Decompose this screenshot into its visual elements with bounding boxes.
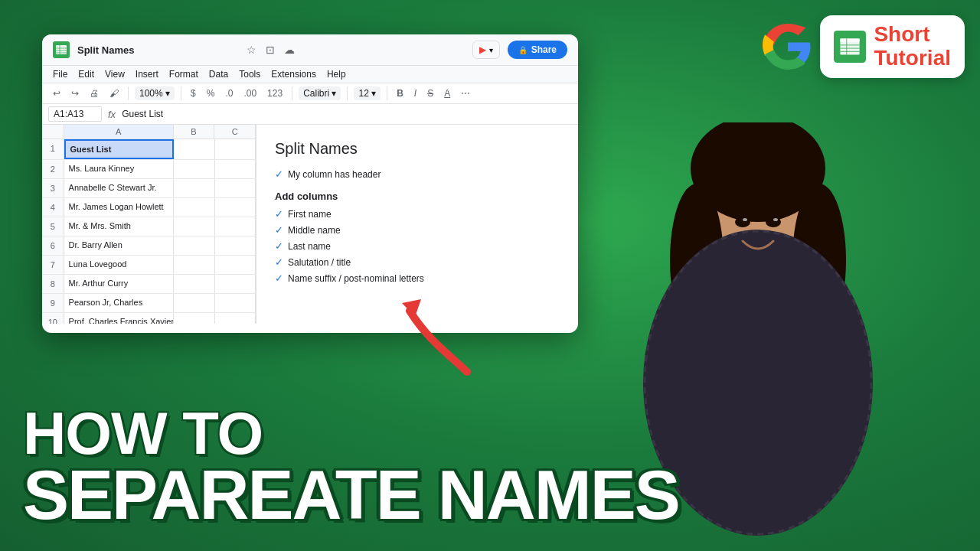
cell-c5[interactable]: [215, 217, 256, 236]
row-num-7: 7: [42, 256, 64, 274]
table-row: 2 Ms. Laura Kinney: [42, 160, 256, 179]
underline-btn[interactable]: A: [441, 86, 453, 100]
cell-a5[interactable]: Mr. & Mrs. Smith: [64, 217, 175, 236]
sep4: [347, 86, 348, 100]
svg-point-25: [743, 218, 747, 221]
has-header-option[interactable]: ✓ My column has header: [275, 168, 560, 180]
share-button[interactable]: 🔒 Share: [508, 41, 567, 59]
table-row: 6 Dr. Barry Allen: [42, 236, 256, 256]
menu-insert[interactable]: Insert: [136, 69, 158, 80]
table-row: 9 Pearson Jr, Charles: [42, 294, 256, 313]
size-select[interactable]: 12 ▾: [354, 86, 381, 100]
row-num-5: 5: [42, 217, 64, 236]
paint-icon[interactable]: 🖌: [106, 86, 122, 100]
cell-b10[interactable]: [174, 313, 214, 324]
sheet-content: A B C 1 Guest List 2 Ms. Laura Kinney 3: [42, 125, 578, 324]
row-num-2: 2: [42, 160, 64, 178]
middle-name-check: ✓: [275, 224, 283, 236]
short-tutorial-label: Short Tutorial: [874, 23, 951, 70]
how-to-text: HOW TO: [23, 403, 679, 463]
cell-a7[interactable]: Luna Lovegood: [64, 256, 175, 274]
cell-b2[interactable]: [174, 160, 214, 178]
decimal1-btn[interactable]: .0: [222, 86, 236, 100]
cell-a8[interactable]: Mr. Arthur Curry: [64, 275, 175, 293]
format123-btn[interactable]: 123: [264, 86, 286, 100]
print-icon[interactable]: 🖨: [87, 86, 102, 100]
col-b-header: B: [174, 125, 215, 139]
first-name-option[interactable]: ✓ First name: [275, 208, 560, 220]
cell-a4[interactable]: Mr. James Logan Howlett: [64, 198, 175, 217]
arrow-container: [398, 295, 490, 390]
cell-a3[interactable]: Annabelle C Stewart Jr.: [64, 179, 175, 197]
cell-c1[interactable]: [215, 139, 256, 159]
cell-b3[interactable]: [174, 179, 214, 197]
cell-b9[interactable]: [174, 294, 214, 312]
cell-a9[interactable]: Pearson Jr, Charles: [64, 294, 175, 312]
table-row: 1 Guest List: [42, 139, 256, 160]
bold-btn[interactable]: B: [394, 86, 407, 100]
cell-b4[interactable]: [174, 198, 214, 217]
middle-name-option[interactable]: ✓ Middle name: [275, 224, 560, 236]
cell-a10[interactable]: Prof. Charles Francis Xavier: [64, 313, 175, 324]
menu-view[interactable]: View: [105, 69, 125, 80]
cell-a6[interactable]: Dr. Barry Allen: [64, 236, 175, 255]
cell-b5[interactable]: [174, 217, 214, 236]
short-tutorial-badge: Short Tutorial: [820, 15, 965, 78]
sheets-icon: [834, 31, 866, 63]
redo-icon[interactable]: ↪: [68, 86, 82, 100]
menu-tools[interactable]: Tools: [239, 69, 260, 80]
salutation-option[interactable]: ✓ Salutation / title: [275, 256, 560, 268]
cell-c10[interactable]: [215, 313, 256, 324]
more-btn[interactable]: ⋯: [458, 86, 473, 100]
font-select[interactable]: Calibri ▾: [299, 86, 341, 100]
cell-reference[interactable]: A1:A13: [48, 106, 102, 122]
cell-b6[interactable]: [174, 236, 214, 255]
menu-format[interactable]: Format: [169, 69, 198, 80]
formula-bar: A1:A13 fx Guest List: [42, 104, 578, 125]
name-suffix-option[interactable]: ✓ Name suffix / post-nominal letters: [275, 272, 560, 284]
cell-a1[interactable]: Guest List: [64, 139, 175, 159]
cell-c3[interactable]: [215, 179, 256, 197]
badge-container: Short Tutorial: [763, 15, 965, 78]
grid-area: A B C 1 Guest List 2 Ms. Laura Kinney 3: [42, 125, 256, 324]
folder-icon[interactable]: ⊡: [266, 44, 275, 56]
decimal2-btn[interactable]: .00: [240, 86, 260, 100]
split-names-panel: Split Names ✓ My column has header Add c…: [256, 125, 578, 324]
strikethrough-btn[interactable]: S: [424, 86, 436, 100]
cell-c6[interactable]: [215, 236, 256, 255]
zoom-select[interactable]: 100% ▾: [135, 86, 175, 100]
menu-file[interactable]: File: [53, 69, 67, 80]
menu-edit[interactable]: Edit: [78, 69, 94, 80]
cell-b7[interactable]: [174, 256, 214, 274]
undo-icon[interactable]: ↩: [50, 86, 64, 100]
add-columns-label: Add columns: [275, 191, 560, 202]
menu-extensions[interactable]: Extensions: [271, 69, 316, 80]
bottom-text-area: HOW TO SEPAREATE NAMES: [23, 403, 679, 529]
currency-btn[interactable]: $: [188, 86, 199, 100]
first-name-label: First name: [288, 209, 332, 220]
cloud-icon[interactable]: ☁: [284, 44, 295, 56]
menu-help[interactable]: Help: [327, 69, 346, 80]
row-num-header: [42, 125, 64, 139]
row-num-8: 8: [42, 275, 64, 293]
cell-a2[interactable]: Ms. Laura Kinney: [64, 160, 175, 178]
italic-btn[interactable]: I: [411, 86, 420, 100]
svg-point-26: [773, 218, 778, 221]
table-row: 3 Annabelle C Stewart Jr.: [42, 179, 256, 198]
title-bar: Split Names ☆ ⊡ ☁ ▶ ▾ 🔒 Share: [42, 34, 578, 66]
menu-data[interactable]: Data: [209, 69, 228, 80]
cell-c9[interactable]: [215, 294, 256, 312]
sep2: [181, 86, 181, 100]
sep1: [128, 86, 129, 100]
has-header-label: My column has header: [288, 169, 381, 180]
meet-button[interactable]: ▶ ▾: [472, 41, 500, 59]
star-icon[interactable]: ☆: [247, 44, 256, 56]
cell-b1[interactable]: [174, 139, 214, 159]
cell-b8[interactable]: [174, 275, 214, 293]
cell-c4[interactable]: [215, 198, 256, 217]
cell-c7[interactable]: [215, 256, 256, 274]
cell-c8[interactable]: [215, 275, 256, 293]
cell-c2[interactable]: [215, 160, 256, 178]
percent-btn[interactable]: %: [204, 86, 218, 100]
last-name-option[interactable]: ✓ Last name: [275, 240, 560, 252]
